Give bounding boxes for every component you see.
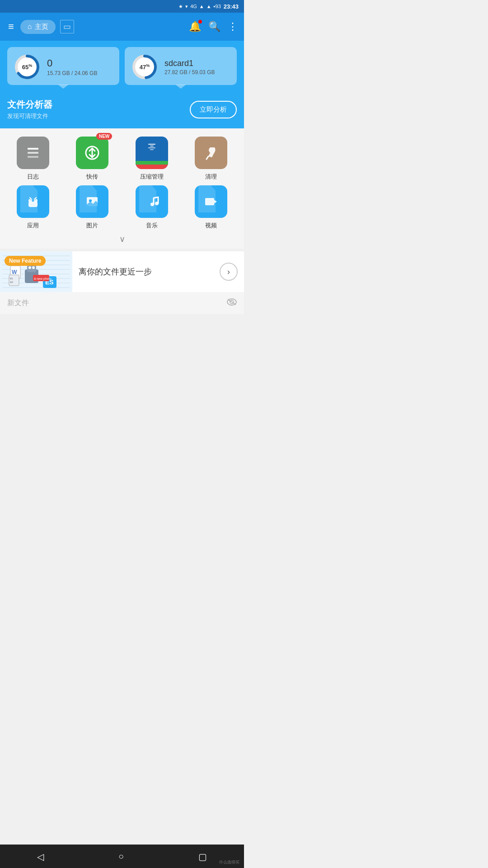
svg-point-23 [150, 203, 154, 206]
svg-rect-11 [148, 147, 155, 148]
banner-arrow-button[interactable]: › [220, 263, 238, 281]
hamburger-button[interactable]: ≡ [6, 19, 16, 34]
storage-banner: 65% 0 15.73 GB / 24.06 GB 47% sdcard1 [0, 41, 244, 93]
log-label: 日志 [27, 173, 39, 181]
quick-send-label: 快传 [86, 173, 98, 181]
signal-icon1: ▲ [199, 4, 204, 9]
svg-point-37 [32, 266, 35, 269]
svg-rect-16 [28, 202, 38, 207]
status-icons: ★ ▾ 4G ▲ ▲ ▪93 [178, 4, 221, 9]
header: ≡ ⌂ 主页 ▭ 🔔 🔍 ⋮ [0, 13, 244, 41]
app-item-quick-send[interactable]: NEW 快传 [64, 137, 121, 181]
svg-line-13 [206, 156, 208, 159]
app-item-zip[interactable]: 压缩管理 [123, 137, 180, 181]
expand-arrow-icon[interactable]: ∨ [119, 234, 125, 244]
app-item-clean[interactable]: 清理 [183, 137, 240, 181]
notification-bell[interactable]: 🔔 [189, 21, 201, 33]
log-icon [17, 137, 49, 169]
internal-percent: 65% [22, 63, 32, 71]
svg-text:A new photo: A new photo [34, 277, 52, 281]
search-button[interactable]: 🔍 [208, 21, 221, 33]
analyzer-subtitle: 发现可清理文件 [7, 112, 190, 120]
svg-rect-5 [28, 152, 38, 154]
new-feature-badge: New Feature [5, 256, 46, 266]
new-badge: NEW [96, 133, 112, 140]
wifi-icon: ▾ [185, 4, 188, 9]
sdcard-storage-card[interactable]: 47% sdcard1 27.82 GB / 59.03 GB [125, 47, 237, 85]
banner-main-text: 离你的文件更近一步 [79, 266, 215, 277]
header-right-actions: 🔔 🔍 ⋮ [189, 21, 238, 33]
apps-section: 日志 NEW 快传 [0, 128, 244, 249]
svg-rect-35 [27, 265, 36, 272]
app-item-log[interactable]: 日志 [5, 137, 61, 181]
video-label: 视频 [205, 222, 217, 230]
music-icon [136, 185, 168, 218]
apps-grid: 日志 NEW 快传 [5, 137, 239, 230]
zip-label: 压缩管理 [140, 173, 164, 181]
svg-rect-10 [150, 146, 154, 146]
svg-point-24 [155, 202, 159, 205]
sdcard-storage-info: sdcard1 27.82 GB / 59.03 GB [164, 59, 215, 75]
new-files-section: 新文件 [0, 292, 244, 314]
banner-text-area: 离你的文件更近一步 › [72, 263, 244, 281]
sdcard-donut: 47% [131, 53, 158, 80]
internal-storage-card[interactable]: 65% 0 15.73 GB / 24.06 GB [7, 47, 119, 85]
sdcard-detail: 27.82 GB / 59.03 GB [164, 69, 215, 75]
photos-icon [76, 185, 108, 218]
internal-storage-detail: 15.73 GB / 24.06 GB [47, 70, 97, 76]
sdcard-name: sdcard1 [164, 59, 215, 68]
svg-rect-25 [205, 198, 214, 205]
signal-icon2: ▲ [206, 4, 211, 9]
more-options-button[interactable]: ⋮ [228, 21, 238, 33]
notification-dot [198, 20, 202, 24]
clean-label: 清理 [205, 173, 217, 181]
status-bar: ★ ▾ 4G ▲ ▲ ▪93 23:43 [0, 0, 244, 13]
quick-send-icon [76, 137, 108, 169]
svg-rect-4 [28, 148, 38, 150]
tab-button[interactable]: ▭ [60, 20, 74, 33]
svg-text:10: 10 [10, 281, 13, 283]
new-feature-banner[interactable]: New Feature W 01 10 ES [0, 251, 244, 292]
internal-storage-info: 0 15.73 GB / 24.06 GB [47, 57, 97, 76]
sdcard-percent: 47% [140, 63, 150, 71]
svg-rect-9 [148, 144, 155, 145]
4g-icon: 4G [190, 4, 197, 9]
app-item-music[interactable]: 音乐 [123, 185, 180, 230]
svg-text:01: 01 [10, 277, 13, 280]
home-icon: ⌂ [28, 23, 32, 31]
hide-icon[interactable] [227, 298, 237, 308]
storage-cards: 65% 0 15.73 GB / 24.06 GB 47% sdcard1 [7, 47, 237, 85]
apps-label: 应用 [27, 222, 39, 230]
expand-row: ∨ [5, 230, 239, 246]
status-time: 23:43 [224, 3, 239, 10]
new-files-title: 新文件 [7, 298, 29, 308]
analyzer-title: 文件分析器 [7, 99, 190, 111]
star-icon: ★ [178, 4, 183, 9]
content-spacer [0, 314, 244, 405]
svg-rect-6 [28, 156, 38, 158]
zip-icon [136, 137, 168, 169]
battery-icon: ▪93 [214, 4, 221, 9]
app-item-video[interactable]: 视频 [183, 185, 240, 230]
svg-rect-40 [9, 275, 19, 286]
svg-rect-12 [150, 149, 154, 150]
analyzer-text: 文件分析器 发现可清理文件 [7, 99, 190, 120]
home-label: 主页 [35, 23, 48, 31]
internal-donut: 65% [14, 53, 41, 80]
app-item-photos[interactable]: 图片 [64, 185, 121, 230]
music-label: 音乐 [146, 222, 158, 230]
file-analyzer-section: 文件分析器 发现可清理文件 立即分析 [0, 93, 244, 128]
apps-icon [17, 185, 49, 218]
clean-icon [195, 137, 227, 169]
home-button[interactable]: ⌂ 主页 [20, 20, 56, 34]
internal-storage-number: 0 [47, 57, 97, 69]
svg-point-36 [28, 266, 31, 269]
video-icon [195, 185, 227, 218]
svg-text:W: W [12, 269, 17, 275]
analyze-button[interactable]: 立即分析 [190, 101, 237, 118]
photos-label: 图片 [86, 222, 98, 230]
app-item-apps[interactable]: 应用 [5, 185, 61, 230]
